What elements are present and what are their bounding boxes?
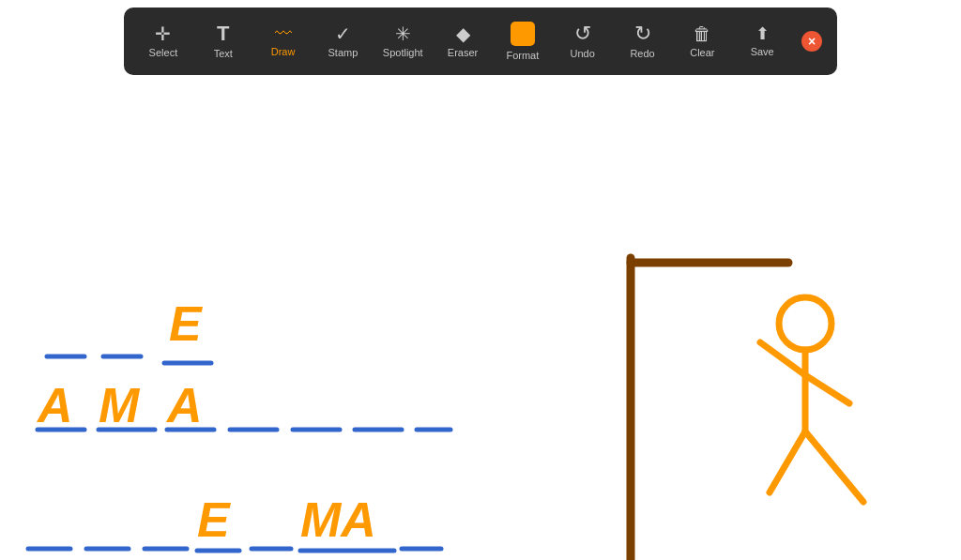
svg-text:A: A xyxy=(36,378,73,432)
eraser-label: Eraser xyxy=(448,47,478,58)
tool-stamp[interactable]: ✓ Stamp xyxy=(318,24,367,58)
format-color-box xyxy=(511,22,535,46)
tool-redo[interactable]: ↻ Redo xyxy=(618,23,667,59)
spotlight-icon: ✳ xyxy=(395,24,411,43)
close-button[interactable]: × xyxy=(801,31,822,52)
tool-select[interactable]: ✛ Select xyxy=(139,24,188,58)
format-label: Format xyxy=(506,50,539,61)
svg-line-7 xyxy=(770,431,805,492)
undo-label: Undo xyxy=(571,48,595,59)
redo-icon: ↻ xyxy=(634,23,651,44)
draw-label: Draw xyxy=(271,46,296,57)
tool-text[interactable]: T Text xyxy=(199,23,248,59)
tool-save[interactable]: ⬆ Save xyxy=(738,25,786,57)
tool-draw[interactable]: 〰 Draw xyxy=(259,25,308,57)
save-label: Save xyxy=(751,46,774,57)
svg-text:MA: MA xyxy=(300,492,376,547)
save-icon: ⬆ xyxy=(755,25,770,42)
redo-label: Redo xyxy=(630,48,654,59)
svg-line-6 xyxy=(805,375,849,403)
svg-text:A: A xyxy=(165,378,203,432)
tool-eraser[interactable]: ◆ Eraser xyxy=(438,24,487,58)
eraser-icon: ◆ xyxy=(456,24,470,43)
clear-label: Clear xyxy=(690,47,714,58)
svg-text:E: E xyxy=(197,492,231,547)
tool-format[interactable]: Format xyxy=(498,22,547,61)
svg-text:M: M xyxy=(99,378,141,432)
select-label: Select xyxy=(149,47,178,58)
svg-line-8 xyxy=(805,431,863,502)
svg-text:E: E xyxy=(169,296,203,351)
select-icon: ✛ xyxy=(155,24,171,43)
svg-point-3 xyxy=(779,297,831,350)
drawing-svg: E A M A E MA xyxy=(0,75,961,560)
stamp-icon: ✓ xyxy=(335,24,351,43)
stamp-label: Stamp xyxy=(328,47,358,58)
undo-icon: ↺ xyxy=(574,23,591,44)
close-icon: × xyxy=(808,34,816,49)
text-icon: T xyxy=(217,23,229,44)
tool-undo[interactable]: ↺ Undo xyxy=(558,23,607,59)
tool-clear[interactable]: 🗑 Clear xyxy=(678,24,726,58)
spotlight-label: Spotlight xyxy=(383,47,423,58)
toolbar: ✛ Select T Text 〰 Draw ✓ Stamp ✳ Spotlig… xyxy=(124,8,837,75)
text-label: Text xyxy=(214,48,233,59)
canvas-area[interactable]: E A M A E MA xyxy=(0,75,961,560)
clear-icon: 🗑 xyxy=(693,24,711,43)
tool-spotlight[interactable]: ✳ Spotlight xyxy=(378,24,427,58)
draw-icon: 〰 xyxy=(275,25,292,42)
